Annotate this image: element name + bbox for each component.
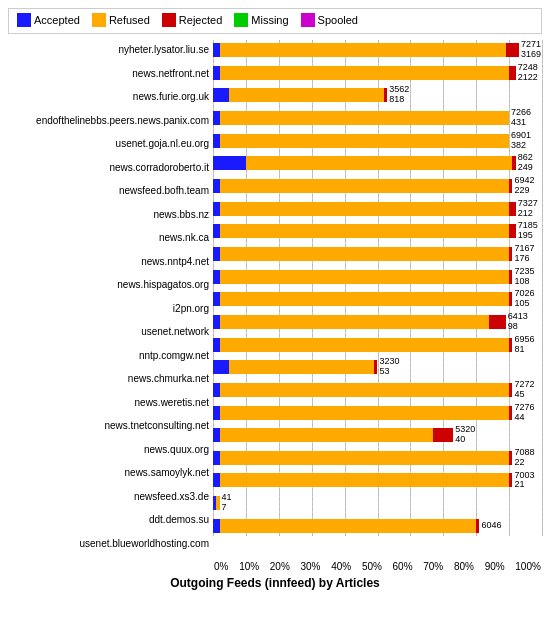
bar-segment-refused — [220, 315, 490, 329]
bar-segment-refused — [220, 519, 477, 533]
bar-segment-accepted — [213, 134, 220, 148]
bar-segment-rejected — [509, 406, 512, 420]
bar-value-label: 3562 818 — [389, 85, 409, 105]
bar-value-label: 7185 195 — [518, 221, 538, 241]
bar-segment-accepted — [213, 473, 220, 487]
bar-segment-refused — [220, 270, 510, 284]
bar-segment-accepted — [213, 292, 220, 306]
bar-row: 6046 — [213, 516, 542, 536]
bar-segment-rejected — [509, 270, 512, 284]
legend-item-spooled: Spooled — [301, 13, 358, 27]
bar-segment-accepted — [213, 224, 220, 238]
x-axis-label: 40% — [331, 561, 351, 572]
y-label: news.quux.org — [8, 440, 209, 460]
bar-segment-accepted — [213, 360, 229, 374]
bar-segment-refused — [229, 360, 374, 374]
y-label: news.nntp4.net — [8, 252, 209, 272]
legend-color-accepted — [17, 13, 31, 27]
bar-row: 7248 2122 — [213, 63, 542, 83]
bar-segment-rejected — [509, 247, 512, 261]
chart-title: Outgoing Feeds (innfeed) by Articles — [8, 576, 542, 590]
bar-row: 7272 45 — [213, 380, 542, 400]
bar-segment-refused — [220, 451, 510, 465]
bar-segment-refused — [246, 156, 512, 170]
bar-segment-accepted — [213, 247, 220, 261]
legend-label-refused: Refused — [109, 14, 150, 26]
x-axis-label: 100% — [515, 561, 541, 572]
y-label: news.chmurka.net — [8, 369, 209, 389]
x-axis-label: 20% — [270, 561, 290, 572]
bar-segment-refused — [229, 88, 384, 102]
x-axis-label: 0% — [214, 561, 228, 572]
bar-row: 7235 108 — [213, 267, 542, 287]
bar-value-label: 7003 21 — [514, 471, 534, 491]
bar-segment-refused — [220, 473, 510, 487]
bar-segment-rejected — [374, 360, 377, 374]
bar-segment-rejected — [509, 338, 512, 352]
bar-value-label: 7167 176 — [514, 244, 534, 264]
bar-segment-refused — [220, 202, 510, 216]
legend-color-refused — [92, 13, 106, 27]
y-label: nyheter.lysator.liu.se — [8, 40, 209, 60]
legend-label-rejected: Rejected — [179, 14, 222, 26]
bar-segment-accepted — [213, 43, 220, 57]
bar-row: 7003 21 — [213, 470, 542, 490]
bar-segment-rejected — [506, 43, 519, 57]
bar-segment-refused — [220, 338, 510, 352]
bar-segment-accepted — [213, 406, 220, 420]
bar-row: 7327 212 — [213, 199, 542, 219]
y-label: nntp.comgw.net — [8, 346, 209, 366]
bar-row: 6413 98 — [213, 312, 542, 332]
bar-segment-accepted — [213, 383, 220, 397]
bar-segment-rejected — [509, 224, 516, 238]
y-labels: nyheter.lysator.liu.senews.netfront.netn… — [8, 40, 213, 572]
bar-segment-refused — [220, 66, 510, 80]
y-label: news.samoylyk.net — [8, 463, 209, 483]
bar-value-label: 6901 382 — [511, 131, 531, 151]
bar-segment-rejected — [509, 473, 512, 487]
legend-label-missing: Missing — [251, 14, 288, 26]
bar-segment-refused — [220, 428, 434, 442]
bar-row: 6942 229 — [213, 176, 542, 196]
bar-row: 3230 53 — [213, 357, 542, 377]
bar-row: 5320 40 — [213, 425, 542, 445]
x-axis-label: 60% — [393, 561, 413, 572]
bar-segment-refused — [220, 247, 510, 261]
bar-row: 7276 44 — [213, 403, 542, 423]
y-label: usenet.network — [8, 322, 209, 342]
bar-segment-refused — [220, 406, 510, 420]
bar-segment-accepted — [213, 202, 220, 216]
bar-segment-accepted — [213, 338, 220, 352]
y-label: news.nk.ca — [8, 228, 209, 248]
bar-segment-refused — [216, 496, 219, 510]
bar-row: 862 249 — [213, 153, 542, 173]
y-label: i2pn.org — [8, 299, 209, 319]
bar-row: 7088 22 — [213, 448, 542, 468]
bar-segment-rejected — [509, 451, 512, 465]
x-axis-label: 50% — [362, 561, 382, 572]
bar-segment-refused — [220, 383, 510, 397]
bar-segment-accepted — [213, 179, 220, 193]
legend-label-accepted: Accepted — [34, 14, 80, 26]
bar-segment-accepted — [213, 111, 220, 125]
y-label: news.tnetconsulting.net — [8, 416, 209, 436]
legend-item-accepted: Accepted — [17, 13, 80, 27]
bar-segment-accepted — [213, 156, 246, 170]
bar-row: 7026 105 — [213, 289, 542, 309]
x-axis-label: 30% — [301, 561, 321, 572]
x-axis-label: 10% — [239, 561, 259, 572]
y-label: news.furie.org.uk — [8, 87, 209, 107]
bar-segment-refused — [220, 111, 510, 125]
bar-value-label: 7327 212 — [518, 199, 538, 219]
bar-segment-accepted — [213, 428, 220, 442]
bar-segment-accepted — [213, 66, 220, 80]
bar-value-label: 6413 98 — [508, 312, 528, 332]
bar-segment-rejected — [509, 202, 516, 216]
bar-segment-refused — [220, 224, 510, 238]
legend-color-spooled — [301, 13, 315, 27]
x-axis-label: 70% — [423, 561, 443, 572]
y-label: usenet.goja.nl.eu.org — [8, 134, 209, 154]
legend-color-rejected — [162, 13, 176, 27]
y-label: ddt.demos.su — [8, 510, 209, 530]
bar-row: 3562 818 — [213, 85, 542, 105]
